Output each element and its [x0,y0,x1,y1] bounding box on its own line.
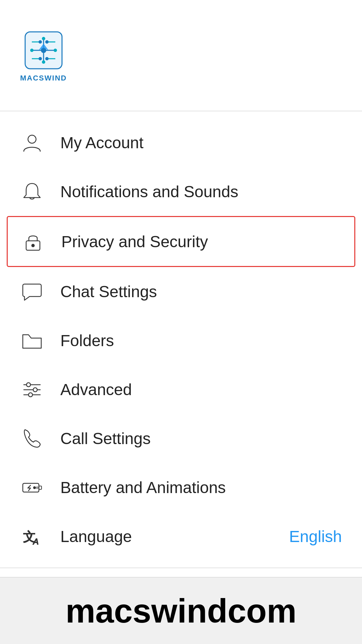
bell-icon [20,180,44,203]
svg-point-28 [36,487,38,489]
language-value: English [289,527,342,546]
svg-point-16 [28,135,36,143]
logo: MACSWIND [20,29,67,83]
svg-point-23 [33,388,37,392]
svg-point-12 [39,40,42,44]
header: MACSWIND [0,0,362,111]
footer-watermark: macswindcom [0,577,362,644]
bottom-divider [0,568,362,568]
privacy-label: Privacy and Security [61,232,208,251]
sidebar-item-my-account[interactable]: My Account [0,118,362,167]
sidebar-item-battery[interactable]: Battery and Animations [0,463,362,512]
person-icon [20,131,44,154]
svg-point-11 [42,60,45,64]
battery-icon [20,476,44,499]
svg-point-8 [30,49,34,52]
call-settings-label: Call Settings [60,429,150,448]
svg-point-24 [28,393,33,397]
language-icon: 文 A [20,525,44,548]
phone-icon [20,427,44,450]
chat-icon [20,280,44,303]
folders-label: Folders [60,331,114,350]
sidebar-item-language[interactable]: 文 A Language English [0,512,362,561]
svg-point-10 [42,37,45,40]
folder-icon [20,329,44,352]
svg-point-14 [39,57,42,60]
sidebar-item-advanced[interactable]: Advanced [0,365,362,414]
svg-point-18 [32,244,34,247]
battery-label: Battery and Animations [60,478,226,497]
watermark-text: macswindcom [65,592,296,630]
advanced-label: Advanced [60,380,132,399]
sidebar-item-folders[interactable]: Folders [0,316,362,365]
sidebar-item-notifications[interactable]: Notifications and Sounds [0,167,362,216]
menu-container: My Account Notifications and Sounds Priv… [0,111,362,568]
svg-point-9 [54,49,57,52]
sidebar-item-privacy[interactable]: Privacy and Security [7,216,355,267]
lock-icon [21,230,45,253]
notifications-label: Notifications and Sounds [60,182,238,201]
svg-point-15 [45,57,49,60]
sidebar-item-chat-settings[interactable]: Chat Settings [0,267,362,316]
my-account-label: My Account [60,133,143,152]
language-label: Language [60,527,132,546]
svg-point-27 [34,487,36,489]
sidebar-item-call-settings[interactable]: Call Settings [0,414,362,463]
logo-text: MACSWIND [20,74,67,83]
logo-image [22,29,65,72]
sliders-icon [20,378,44,401]
chat-settings-label: Chat Settings [60,282,157,301]
svg-point-13 [45,40,49,44]
svg-point-22 [26,383,31,387]
svg-text:A: A [33,537,39,546]
